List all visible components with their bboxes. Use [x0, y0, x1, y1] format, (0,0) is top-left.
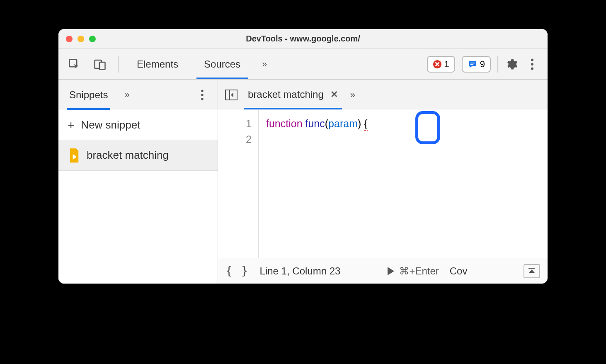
editor-body[interactable]: 1 2 function func(param) { [218, 110, 548, 258]
expand-drawer-icon[interactable] [524, 264, 540, 278]
editor-more-tabs-icon[interactable]: » [347, 86, 359, 104]
cursor-position: Line 1, Column 23 [260, 265, 341, 277]
svg-rect-2 [99, 62, 105, 70]
pretty-print-button[interactable]: { } [225, 264, 249, 278]
traffic-lights [58, 36, 96, 42]
code-line-2 [266, 132, 548, 148]
messages-count: 9 [480, 59, 485, 70]
window-title: DevTools - www.google.com/ [246, 34, 360, 44]
svg-point-9 [201, 98, 203, 100]
sidebar-more-tabs-icon[interactable]: » [121, 86, 133, 104]
new-snippet-button[interactable]: + New snippet [58, 110, 218, 140]
svg-point-7 [201, 90, 203, 92]
sidebar-tabs: Snippets » [58, 80, 218, 110]
tab-elements[interactable]: Elements [129, 49, 186, 79]
toolbar-right: 1 9 [427, 56, 540, 73]
kebab-menu-icon[interactable] [525, 57, 539, 71]
device-toggle-icon[interactable] [92, 57, 107, 72]
main-area: Snippets » + New snippet bracket matchin… [58, 80, 548, 284]
error-icon [433, 60, 442, 69]
minimize-window-button[interactable] [78, 36, 84, 42]
close-tab-icon[interactable]: ✕ [330, 89, 338, 100]
svg-point-4 [531, 58, 533, 61]
run-snippet-button[interactable]: ⌘+Enter [387, 265, 439, 277]
sidebar-empty-area [58, 171, 218, 284]
toolbar-left: Elements Sources » [67, 49, 270, 79]
settings-icon[interactable] [504, 57, 519, 71]
errors-badge[interactable]: 1 [427, 56, 455, 73]
snippet-file-icon [68, 148, 80, 163]
errors-count: 1 [444, 59, 449, 70]
snippet-item[interactable]: bracket matching [58, 140, 218, 171]
sidebar-tabs-left: Snippets » [67, 80, 133, 110]
main-toolbar: Elements Sources » 1 9 [58, 49, 548, 80]
editor-tabs: bracket matching ✕ » [218, 80, 548, 110]
line-number: 2 [218, 132, 252, 148]
code-area[interactable]: function func(param) { [259, 110, 548, 258]
close-window-button[interactable] [66, 36, 73, 42]
line-gutter: 1 2 [218, 110, 259, 258]
toolbar-divider [118, 56, 119, 73]
editor-tab-active[interactable]: bracket matching ✕ [244, 80, 342, 109]
message-icon [468, 59, 478, 69]
snippet-item-label: bracket matching [87, 149, 169, 162]
line-number: 1 [218, 116, 252, 132]
devtools-window: DevTools - www.google.com/ Elements Sour… [58, 29, 548, 284]
titlebar: DevTools - www.google.com/ [58, 29, 548, 49]
statusbar: { } Line 1, Column 23 ⌘+Enter Cov [218, 258, 548, 284]
sidebar-tab-snippets[interactable]: Snippets [67, 80, 110, 110]
editor-panel: bracket matching ✕ » 1 2 function func(p… [218, 80, 548, 284]
new-snippet-label: New snippet [81, 119, 140, 131]
sidebar-kebab-icon[interactable] [195, 88, 209, 102]
messages-badge[interactable]: 9 [462, 56, 491, 73]
play-icon [387, 267, 395, 276]
svg-rect-12 [528, 268, 535, 269]
plus-icon: + [68, 119, 74, 132]
maximize-window-button[interactable] [89, 36, 96, 42]
toolbar-divider-right [497, 56, 498, 73]
svg-point-6 [531, 67, 533, 70]
code-line-1: function func(param) { [266, 116, 548, 132]
toggle-navigator-icon[interactable] [224, 87, 239, 102]
editor-tab-label: bracket matching [248, 89, 324, 100]
svg-point-5 [531, 63, 533, 66]
inspect-element-icon[interactable] [67, 57, 82, 72]
sidebar: Snippets » + New snippet bracket matchin… [58, 80, 218, 284]
coverage-label[interactable]: Cov [450, 265, 468, 277]
run-shortcut-label: ⌘+Enter [399, 265, 439, 277]
more-tabs-icon[interactable]: » [259, 56, 270, 73]
tab-sources[interactable]: Sources [196, 49, 248, 79]
svg-point-8 [201, 94, 203, 96]
